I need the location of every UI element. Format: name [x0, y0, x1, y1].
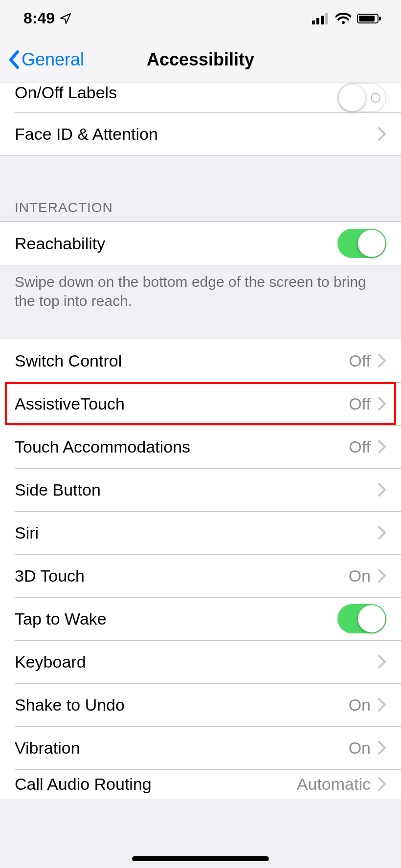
row-value: Off	[349, 437, 371, 456]
chevron-right-icon	[378, 482, 386, 497]
row-side-button[interactable]: Side Button	[0, 468, 401, 511]
status-right	[312, 13, 381, 24]
battery-icon	[357, 13, 381, 24]
chevron-right-icon	[378, 127, 386, 141]
section-reachability: Reachability	[0, 221, 401, 265]
row-label: Reachability	[15, 234, 105, 253]
row-touch-accommodations[interactable]: Touch Accommodations Off	[0, 425, 401, 468]
row-label: Siri	[15, 523, 39, 542]
section-top: On/Off Labels Face ID & Attention	[0, 83, 401, 156]
nav-bar: General Accessibility	[0, 37, 401, 83]
row-value: Automatic	[297, 775, 371, 794]
row-label: Face ID & Attention	[15, 125, 158, 144]
svg-rect-0	[312, 21, 315, 24]
row-label: Switch Control	[15, 351, 122, 370]
status-left: 8:49	[23, 9, 71, 27]
row-tap-to-wake[interactable]: Tap to Wake	[0, 597, 401, 640]
back-label: General	[22, 49, 84, 70]
chevron-right-icon	[378, 568, 386, 583]
chevron-right-icon	[378, 439, 386, 454]
row-label: Shake to Undo	[15, 695, 125, 715]
row-label: AssistiveTouch	[15, 394, 125, 413]
row-shake-to-undo[interactable]: Shake to Undo On	[0, 683, 401, 726]
svg-rect-7	[379, 17, 381, 21]
section-header-interaction: INTERACTION	[0, 185, 401, 221]
chevron-left-icon	[7, 50, 21, 69]
home-indicator[interactable]	[132, 856, 269, 861]
row-value: On	[349, 566, 371, 586]
row-onoff-labels[interactable]: On/Off Labels	[0, 83, 401, 112]
section-footer-reachability: Swipe down on the bottom edge of the scr…	[0, 265, 401, 324]
row-label: Keyboard	[15, 652, 86, 672]
row-label: Call Audio Routing	[15, 775, 152, 794]
chevron-right-icon	[378, 777, 386, 791]
row-keyboard[interactable]: Keyboard	[0, 640, 401, 683]
screen: 8:49	[0, 0, 401, 868]
chevron-right-icon	[378, 654, 386, 669]
row-value: Off	[349, 394, 371, 413]
back-button[interactable]: General	[0, 49, 84, 70]
row-label: Tap to Wake	[15, 609, 107, 629]
svg-point-4	[342, 21, 345, 24]
toggle-tap-to-wake[interactable]	[337, 604, 386, 633]
row-label: Side Button	[15, 480, 101, 499]
chevron-right-icon	[378, 740, 386, 755]
status-time: 8:49	[23, 9, 55, 27]
row-call-audio-routing[interactable]: Call Audio Routing Automatic	[0, 769, 401, 799]
toggle-onoff-labels[interactable]	[337, 83, 386, 112]
row-switch-control[interactable]: Switch Control Off	[0, 339, 401, 382]
chevron-right-icon	[378, 697, 386, 712]
row-value: On	[349, 738, 371, 758]
cellular-signal-icon	[312, 13, 330, 24]
row-label: On/Off Labels	[15, 83, 117, 102]
chevron-right-icon	[378, 353, 386, 368]
svg-rect-6	[359, 16, 375, 22]
row-reachability[interactable]: Reachability	[0, 222, 401, 265]
svg-rect-3	[325, 13, 328, 24]
svg-rect-2	[321, 16, 324, 24]
row-assistivetouch[interactable]: AssistiveTouch Off	[0, 382, 401, 425]
toggle-reachability[interactable]	[337, 229, 386, 258]
status-bar: 8:49	[0, 0, 401, 37]
row-faceid-attention[interactable]: Face ID & Attention	[0, 112, 401, 155]
chevron-right-icon	[378, 396, 386, 411]
row-label: Vibration	[15, 738, 80, 758]
chevron-right-icon	[378, 525, 386, 540]
section-interaction-list: Switch Control Off AssistiveTouch Off To…	[0, 339, 401, 799]
row-label: Touch Accommodations	[15, 437, 190, 456]
row-value: Off	[349, 351, 371, 370]
row-vibration[interactable]: Vibration On	[0, 726, 401, 769]
wifi-icon	[335, 13, 351, 24]
row-value: On	[349, 695, 371, 715]
row-siri[interactable]: Siri	[0, 511, 401, 554]
row-3d-touch[interactable]: 3D Touch On	[0, 554, 401, 597]
location-icon	[60, 13, 71, 24]
svg-rect-1	[316, 18, 319, 24]
row-label: 3D Touch	[15, 566, 85, 586]
